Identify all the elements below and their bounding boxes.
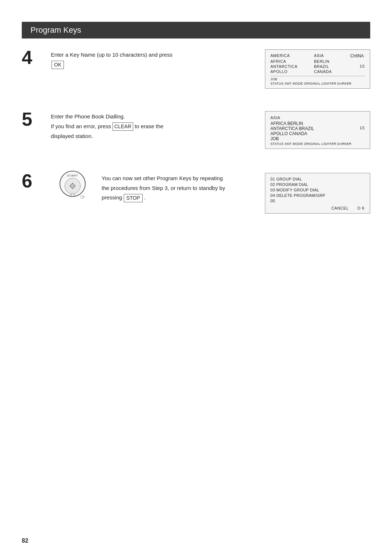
lcd-panel-step5: ASIA AFRICA BERLIN ANTARCTICA BRAZIL 1/1… — [265, 111, 370, 149]
menu-item-5: 05 — [270, 199, 365, 203]
lcd5-r4c1: APOLLO — [270, 131, 288, 136]
lcd5-r2c2: BERLIN — [287, 121, 303, 126]
step-4-container: 4 Enter a Key Name (up to 10 characters)… — [22, 49, 370, 93]
lcd5-r2c1: AFRICA — [270, 121, 286, 126]
start-label: START — [67, 174, 78, 177]
lcd5-r3c2: BRAZIL — [299, 126, 314, 131]
menu-item-2: 02 PROGRAM DIAL — [270, 182, 365, 187]
lcd4-r2c1: AFRICA — [270, 59, 307, 64]
lcd4-page: 1/1 — [360, 64, 365, 68]
menu-item-1: 01 GROUP DIAL — [270, 177, 365, 181]
step-5-instruction3: to erase the — [135, 123, 163, 129]
lcd4-r2c2: BERLIN — [314, 59, 343, 64]
svg-rect-0 — [70, 183, 75, 188]
stop-label: STOP — [124, 194, 143, 202]
lcd4-r4c1: APOLLO — [270, 69, 307, 74]
step-6-instruction3: pressing — [102, 194, 122, 200]
menu-item-3: 03 MODIFY GROUP DIAL — [270, 188, 365, 192]
menu-item-4: 04 DELETE PROGRAM/GRP — [270, 193, 365, 198]
lcd4-r3c1: ANTARCTICA — [270, 64, 307, 69]
lcd5-r4c2: CANADA — [289, 131, 307, 136]
start-button-graphic: START ☞ — [58, 169, 87, 198]
lcd4-r1c1: AMERICA — [270, 53, 307, 58]
lcd4-status: JOB — [270, 77, 277, 81]
ok-button-label: OK — [52, 61, 64, 69]
page-title: Program Keys — [22, 22, 370, 39]
step-5-number: 5 — [22, 110, 44, 129]
step-4-number: 4 — [22, 48, 44, 67]
lcd5-status: JOB — [270, 136, 279, 141]
lcd4-status-bar: STATUS XMT MODE ORIGINAL LIGHTER DARKER — [270, 82, 351, 85]
lcd5-r1c2: ASIA — [270, 116, 280, 120]
clear-label: CLEAR — [113, 122, 133, 131]
lcd5-r3c1: ANTARCTICA — [270, 126, 298, 131]
step-5-container: 5 Enter the Phone Book Dialling. If you … — [22, 111, 370, 155]
step-6-container: 6 START ☞ — [22, 173, 370, 246]
lcd5-status-bar: STATUS XMT MODE ORIGINAL LIGHTER DARKER — [270, 142, 351, 146]
step-6-number: 6 — [22, 171, 44, 190]
start-diamond-icon — [69, 182, 76, 190]
lcd4-r3c2: BRAZIL — [314, 64, 343, 69]
step-4-instruction1: Enter a Key Name (up to 10 characters) a… — [51, 52, 172, 58]
menu-ok-label[interactable]: O K — [358, 206, 365, 210]
lcd-panel-step4: AMERICA ASIA CHINA AFRICA BERLIN ANTARCT… — [265, 49, 370, 89]
lcd4-r1c2: ASIA — [314, 53, 343, 58]
lcd5-page: 1/1 — [360, 126, 365, 130]
page-number: 82 — [22, 538, 28, 544]
step-5-instruction2: If you find an error, press — [51, 123, 111, 129]
lcd4-r4c2: CANADA — [314, 69, 343, 74]
cursor-icon: ☞ — [80, 193, 86, 201]
cancel-label[interactable]: CANCEL — [331, 206, 349, 210]
menu-panel-step6: 01 GROUP DIAL 02 PROGRAM DIAL 03 MODIFY … — [265, 173, 370, 214]
lcd4-r1c3: CHINA — [350, 53, 364, 58]
